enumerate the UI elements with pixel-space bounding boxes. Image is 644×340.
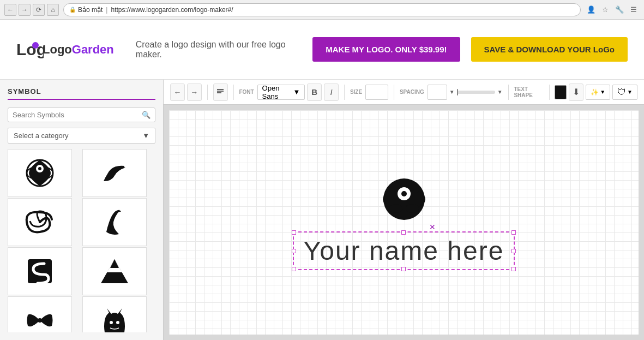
chevron-down-icon: ▼ <box>142 132 149 140</box>
back-button[interactable]: ← <box>4 4 16 16</box>
profile-button[interactable]: 👤 <box>585 4 597 16</box>
symbol-cell-4[interactable] <box>82 198 147 246</box>
svg-rect-15 <box>217 91 224 92</box>
divider-6 <box>549 85 550 100</box>
category-select[interactable]: Select a category ▼ <box>8 128 155 144</box>
search-box[interactable]: 🔍 <box>8 108 155 122</box>
undo-button[interactable]: ← <box>170 83 185 101</box>
lock-icon: 🔒 <box>69 7 76 13</box>
bold-button[interactable]: B <box>307 83 322 101</box>
text-selection-box[interactable]: Your name here <box>293 231 515 270</box>
symbol-cell-1[interactable] <box>8 149 72 197</box>
address-bar[interactable]: 🔒 Bảo mật | https://www.logogarden.com/l… <box>63 3 581 16</box>
symbol-cell-6[interactable] <box>82 247 147 295</box>
reload-button[interactable]: ⟳ <box>33 4 45 16</box>
symbol-icon-5 <box>23 255 56 288</box>
handle-bottom-middle[interactable] <box>401 267 406 271</box>
spacing-arrow-icon: ▼ <box>497 89 503 95</box>
symbol-icon-1 <box>23 157 56 189</box>
svg-point-22 <box>406 204 419 213</box>
settings-button[interactable]: ☰ <box>628 4 640 16</box>
app-header: Logo LogoGarden Create a logo design wit… <box>0 20 644 80</box>
handle-top-right[interactable] <box>511 230 516 235</box>
home-button[interactable]: ⌂ <box>47 4 59 16</box>
symbol-cell-3[interactable] <box>8 198 72 246</box>
size-input[interactable]: 48 <box>365 85 388 100</box>
symbol-cell-7[interactable] <box>8 296 72 332</box>
url-value: https://www.logogarden.com/logo-maker#/ <box>111 6 233 14</box>
handle-bottom-right[interactable] <box>511 267 516 271</box>
wand-icon: ✨ <box>591 88 599 96</box>
redo-button[interactable]: → <box>187 83 202 101</box>
size-label: SIZE <box>350 89 362 95</box>
font-selector[interactable]: Open Sans ▼ <box>257 85 305 100</box>
browser-chrome: ← → ⟳ ⌂ 🔒 Bảo mật | https://www.logogard… <box>0 0 644 20</box>
logo-garden-name: LogoGarden <box>43 43 114 57</box>
canvas-area: ← → FONT Open Sans ▼ B I SIZE 48 SP <box>164 80 644 340</box>
handle-top-left[interactable] <box>292 230 296 235</box>
logo-garden-icon: Logo <box>16 39 44 61</box>
font-label: FONT <box>239 89 254 95</box>
symbol-cell-2[interactable] <box>82 149 147 197</box>
symbol-icon-7 <box>23 304 56 332</box>
spacing-label: SPACING <box>400 89 424 95</box>
extension-button[interactable]: 🔧 <box>613 4 625 16</box>
shield-dropdown: ▼ <box>627 89 633 95</box>
search-input[interactable] <box>13 111 139 119</box>
divider-3 <box>344 85 345 100</box>
magic-dropdown: ▼ <box>600 89 605 95</box>
spacing-slider-track[interactable] <box>457 91 495 94</box>
delete-icon[interactable]: ✕ <box>429 223 436 231</box>
spacing-slider-thumb <box>457 89 458 96</box>
svg-point-11 <box>105 315 124 332</box>
divider-2 <box>233 85 234 100</box>
tagline: Create a logo design with our free logo … <box>136 40 302 59</box>
svg-point-20 <box>401 191 407 196</box>
font-value: Open Sans <box>262 84 290 100</box>
canvas[interactable]: ✕ Your name here <box>169 110 639 335</box>
text-format-button[interactable] <box>213 83 228 101</box>
main-layout: SYMBOL 🔍 Select a category ▼ <box>0 80 644 340</box>
save-logo-button[interactable]: SAVE & DOWNLOAD YOUR LoGo <box>471 37 628 62</box>
italic-button[interactable]: I <box>324 83 339 101</box>
divider-1 <box>207 85 208 100</box>
symbol-cell-8[interactable] <box>82 296 147 332</box>
search-icon: 🔍 <box>142 111 151 119</box>
logo-brand[interactable]: Logo LogoGarden <box>16 39 114 61</box>
canvas-wrapper: ✕ Your name here <box>164 105 644 340</box>
divider-4 <box>394 85 394 100</box>
divider-5 <box>508 85 509 100</box>
text-format-icon <box>216 88 225 97</box>
symbols-grid <box>8 149 155 332</box>
symbols-grid-container[interactable] <box>8 149 155 332</box>
svg-marker-9 <box>110 259 119 268</box>
logo-symbol-container[interactable]: ✕ <box>377 175 431 231</box>
shield-button[interactable]: 🛡 ▼ <box>612 85 637 100</box>
symbol-icon-6 <box>98 255 131 288</box>
bookmark-button[interactable]: ☆ <box>599 4 611 16</box>
color-picker[interactable] <box>555 85 567 99</box>
handle-left-middle[interactable] <box>292 249 296 253</box>
handle-bottom-left[interactable] <box>292 267 296 271</box>
handle-top-middle[interactable] <box>401 230 406 235</box>
canvas-text[interactable]: Your name here <box>304 236 504 265</box>
download-button[interactable]: ⬇ <box>569 83 583 101</box>
svg-text:Logo: Logo <box>16 40 44 58</box>
svg-point-21 <box>389 204 402 213</box>
symbol-icon-4 <box>98 206 131 238</box>
forward-button[interactable]: → <box>19 4 31 16</box>
magic-button[interactable]: ✨ ▼ <box>586 85 610 100</box>
category-label: Select a category <box>14 132 68 140</box>
symbol-cell-5[interactable] <box>8 247 72 295</box>
handle-right-middle[interactable] <box>511 249 516 253</box>
shield-icon: 🛡 <box>617 87 626 97</box>
make-logo-button[interactable]: MAKE MY LOGO. ONLY $39.99! <box>312 37 460 62</box>
symbol-icon-2 <box>98 157 131 189</box>
url-text: Bảo mật <box>78 6 103 14</box>
browser-navigation: ← → ⟳ ⌂ <box>4 4 59 16</box>
spacing-input[interactable]: 0 <box>428 85 447 100</box>
browser-actions: 👤 ☆ 🔧 ☰ <box>585 4 640 16</box>
url-separator: | <box>106 6 107 14</box>
canvas-content: ✕ Your name here <box>169 110 639 335</box>
symbol-icon-3 <box>23 206 56 238</box>
